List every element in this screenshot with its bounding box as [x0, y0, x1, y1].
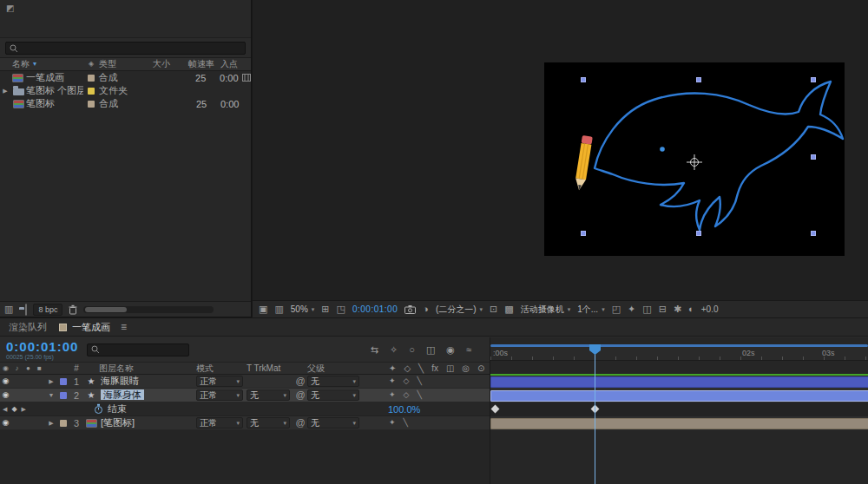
expander-icon[interactable]: ▶ — [45, 420, 57, 426]
graph-editor-icon[interactable]: ≈ — [466, 345, 471, 355]
mode-select[interactable]: 正常▾ — [196, 389, 243, 401]
exposure-value[interactable]: +0.0 — [701, 304, 719, 314]
selection-handle[interactable] — [811, 154, 816, 160]
property-value[interactable]: 100.0% — [362, 404, 490, 415]
list-item[interactable]: ▶ 笔图标 个图层 文件夹 — [0, 84, 251, 97]
expander-icon[interactable]: ▶ — [45, 378, 57, 384]
new-composition-icon[interactable] — [25, 304, 27, 315]
playhead-line[interactable] — [595, 344, 595, 484]
item-name[interactable]: 笔图标 — [26, 97, 83, 110]
column-in-point[interactable]: 入点 — [220, 58, 247, 70]
viewer-current-time[interactable]: 0:00:01:00 — [352, 304, 398, 314]
composition-viewport[interactable] — [544, 62, 845, 256]
layer-name[interactable]: 海豚身体 — [99, 389, 196, 402]
tab-composition[interactable]: 一笔成画 ≡ — [59, 321, 127, 334]
timeline-button-icon[interactable]: ◫ — [642, 304, 651, 314]
quality-switch-icon[interactable]: ╲ — [417, 377, 421, 385]
layer-duration-bar-selected[interactable] — [490, 390, 868, 402]
parent-select[interactable]: 无▾ — [307, 389, 359, 401]
project-search-input[interactable] — [5, 42, 246, 55]
monitor-icon[interactable]: ▥ — [274, 304, 283, 314]
target-region-icon[interactable]: ⊡ — [490, 304, 497, 314]
eye-icon[interactable]: ◉ — [0, 365, 11, 372]
screen-icon[interactable]: ▣ — [259, 304, 267, 314]
table-row[interactable]: ◉ ▶ 1 ★ 海豚眼睛 正常▾ @ 无▾ ✦ ◇ ╲ — [0, 375, 490, 389]
label-column-icon[interactable]: ◈ — [83, 61, 99, 68]
eye-icon[interactable]: ◉ — [0, 419, 11, 427]
parent-select[interactable]: 无▾ — [307, 376, 359, 387]
selection-handle[interactable] — [696, 231, 701, 236]
motion-blur-icon[interactable]: ◉ — [446, 345, 455, 355]
quality-switch-icon[interactable]: ╲ — [417, 391, 421, 399]
grid-guides-icon[interactable]: ⊞ — [321, 304, 329, 314]
bit-depth-button[interactable]: 8 bpc — [33, 304, 62, 316]
list-item[interactable]: 笔图标 合成 25 0:00 — [0, 97, 251, 110]
frame-blend-icon[interactable]: ◫ — [426, 345, 435, 355]
quality-switch-icon[interactable]: ╲ — [404, 419, 408, 427]
selection-handle[interactable] — [811, 77, 816, 82]
tab-render-queue[interactable]: 渲染队列 — [9, 321, 47, 334]
item-name[interactable]: 一笔成画 — [26, 71, 83, 84]
property-track[interactable] — [490, 402, 868, 416]
stopwatch-icon[interactable] — [94, 403, 103, 415]
parent-pickwhip-icon[interactable]: @ — [293, 390, 307, 400]
property-name[interactable]: 结束 — [108, 402, 127, 415]
table-row[interactable]: ◉ ▼ 2 ★ 海豚身体 正常▾ 无▾ @ 无▾ ✦ ◇ ╲ — [0, 389, 490, 402]
fast-previews-icon[interactable]: ✦ — [628, 304, 635, 314]
add-keyframe-icon[interactable]: ◆ — [11, 406, 16, 413]
previous-keyframe-icon[interactable]: ◀ — [3, 406, 7, 412]
pixel-aspect-icon[interactable]: ◰ — [612, 304, 621, 314]
layer-name-column[interactable]: 图层名称 — [99, 363, 196, 375]
exposure-icon[interactable]: ◐ — [688, 304, 694, 314]
region-of-interest-icon[interactable]: ◳ — [337, 304, 345, 314]
label-color-chip[interactable] — [57, 392, 69, 399]
collapse-switch-icon[interactable]: ✦ — [389, 377, 396, 385]
label-color-chip[interactable] — [57, 420, 69, 427]
magnification-select[interactable]: 50%▾ — [291, 304, 315, 314]
scrollbar-thumb[interactable] — [85, 307, 127, 312]
label-color-chip[interactable] — [83, 88, 99, 95]
show-channels-icon[interactable]: ◑ — [423, 304, 429, 314]
flowchart-icon[interactable]: ⊟ — [659, 304, 667, 314]
selection-handle[interactable] — [581, 77, 586, 82]
selection-handle[interactable] — [581, 231, 586, 236]
shy-switch-icon[interactable]: ◇ — [404, 377, 410, 385]
shy-layers-icon[interactable]: ○ — [409, 345, 415, 355]
table-row[interactable]: ◉ ▶ 3 [笔图标] 正常▾ 无▾ @ 无▾ ✦ ╲ — [0, 416, 490, 430]
transparency-grid-icon[interactable]: ▩ — [504, 304, 513, 314]
current-time-display[interactable]: 0:00:01:00 00025 (25.00 fps) — [6, 340, 78, 360]
timeline-tracks[interactable]: :00s 02s 03s — [490, 337, 868, 484]
timeline-search-input[interactable] — [87, 343, 189, 356]
column-type[interactable]: 类型 — [99, 58, 153, 70]
snapshot-camera-icon[interactable] — [404, 304, 416, 314]
resolution-select[interactable]: (二分之一)▾ — [436, 304, 483, 316]
expander-icon[interactable]: ▶ — [0, 88, 10, 94]
label-color-chip[interactable] — [83, 75, 99, 82]
label-color-chip[interactable] — [83, 101, 99, 108]
parent-select[interactable]: 无▾ — [307, 417, 359, 428]
solo-icon[interactable]: ● — [23, 365, 34, 372]
trash-icon[interactable] — [69, 304, 77, 315]
item-name[interactable]: 笔图标 个图层 — [26, 84, 83, 97]
label-color-chip[interactable] — [57, 378, 69, 385]
trkmat-column[interactable]: T TrkMat — [247, 363, 293, 373]
layer-duration-bar[interactable] — [490, 418, 868, 429]
mode-select[interactable]: 正常▾ — [196, 417, 243, 428]
collapse-switch-icon[interactable]: ✦ — [389, 419, 396, 427]
panel-menu-icon[interactable]: ≡ — [121, 322, 127, 332]
audio-icon[interactable]: ♪ — [11, 365, 23, 372]
parent-pickwhip-icon[interactable]: @ — [293, 376, 307, 386]
collapse-switch-icon[interactable]: ✦ — [389, 391, 396, 399]
next-keyframe-icon[interactable]: ▶ — [22, 406, 26, 412]
timeline-empty-area[interactable] — [0, 430, 490, 484]
mode-column[interactable]: 模式 — [196, 363, 247, 375]
trkmat-select[interactable]: 无▾ — [247, 389, 290, 401]
view-layout-select[interactable]: 1个...▾ — [577, 304, 604, 316]
column-name[interactable]: 名称▾ — [0, 58, 83, 70]
horizontal-scrollbar[interactable] — [83, 306, 214, 313]
panel-corner-icon[interactable]: ◩ — [6, 4, 14, 13]
draft-3d-icon[interactable]: ✧ — [390, 345, 398, 355]
column-size[interactable]: 大小 — [153, 58, 182, 70]
time-ruler[interactable]: :00s 02s 03s — [490, 347, 868, 361]
layer-name[interactable]: 海豚眼睛 — [99, 375, 196, 388]
